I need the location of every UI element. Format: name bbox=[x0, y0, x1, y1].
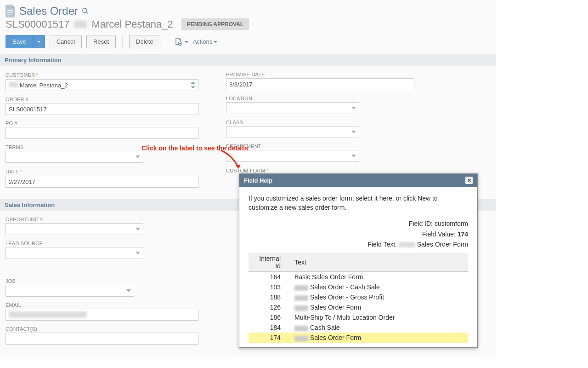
reset-button[interactable]: Reset bbox=[86, 35, 116, 48]
field-help-popup: Field Help ✕ If you customized a sales o… bbox=[239, 173, 478, 348]
job-label[interactable]: JOB bbox=[6, 278, 198, 284]
date-label[interactable]: DATE* bbox=[6, 168, 198, 175]
section-primary-info: Primary Information bbox=[0, 54, 496, 66]
cancel-button[interactable]: Cancel bbox=[50, 35, 82, 48]
date-input[interactable]: 2/27/2017 bbox=[6, 176, 198, 188]
table-row[interactable]: 188Sales Order - Gross Profit bbox=[249, 292, 468, 302]
svg-rect-1 bbox=[7, 12, 13, 13]
job-input[interactable] bbox=[6, 285, 134, 297]
table-row[interactable]: 103Sales Order - Cash Sale bbox=[249, 282, 468, 292]
class-input[interactable] bbox=[226, 126, 359, 138]
document-icon bbox=[6, 5, 16, 17]
custom-form-label[interactable]: CUSTOM FORM* bbox=[226, 167, 414, 174]
lead-source-input[interactable] bbox=[6, 247, 143, 259]
table-row[interactable]: 184Cash Sale bbox=[249, 322, 468, 333]
popup-meta: Field ID: customform Field Value: 174 Fi… bbox=[249, 218, 468, 249]
customer-prefix-redacted bbox=[74, 21, 87, 28]
po-no-input[interactable] bbox=[6, 127, 198, 139]
table-row[interactable]: 126Sales Order Form bbox=[249, 302, 468, 312]
delete-button[interactable]: Delete bbox=[129, 35, 160, 48]
contacts-label[interactable]: CONTACT(S) bbox=[6, 326, 198, 332]
chevron-down-icon[interactable] bbox=[185, 40, 188, 44]
toolbar-separator bbox=[167, 36, 167, 47]
table-header-text: Text bbox=[290, 253, 468, 272]
svg-rect-0 bbox=[7, 10, 13, 11]
popup-options-table: Internal Id Text 164Basic Sales Order Fo… bbox=[249, 253, 468, 343]
save-split-button[interactable]: Save bbox=[6, 35, 45, 48]
contacts-input[interactable] bbox=[6, 333, 198, 345]
email-input[interactable] bbox=[6, 309, 198, 321]
opportunity-input[interactable] bbox=[6, 223, 143, 235]
order-id: SLS00001517 bbox=[6, 18, 69, 30]
table-row[interactable]: 174Sales Order Form bbox=[249, 333, 468, 343]
search-icon[interactable] bbox=[82, 7, 89, 15]
popup-description: If you customized a sales order form, se… bbox=[249, 194, 468, 212]
terms-input[interactable] bbox=[6, 151, 143, 163]
popup-title: Field Help bbox=[244, 177, 272, 184]
lead-source-label[interactable]: LEAD SOURCE bbox=[6, 241, 198, 246]
class-label[interactable]: CLASS bbox=[226, 120, 414, 125]
toolbar-separator bbox=[122, 36, 123, 47]
table-header-id: Internal Id bbox=[249, 253, 290, 272]
annotation-arrow-icon bbox=[219, 148, 246, 174]
svg-point-3 bbox=[83, 8, 87, 12]
promise-date-label[interactable]: PROMISE DATE bbox=[226, 72, 414, 77]
customer-input[interactable]: Marcel Pestana_2 bbox=[6, 79, 198, 91]
promise-date-input[interactable]: 3/3/2017 bbox=[226, 78, 414, 90]
po-no-label[interactable]: PO # bbox=[6, 121, 198, 126]
popup-close-icon[interactable]: ✕ bbox=[465, 177, 473, 184]
order-no-label[interactable]: ORDER # bbox=[6, 97, 198, 102]
order-no-input[interactable]: SLS00001517 bbox=[6, 103, 198, 115]
status-badge: PENDING APPROVAL bbox=[181, 18, 249, 30]
customer-name: Marcel Pestana_2 bbox=[91, 18, 173, 30]
svg-line-4 bbox=[86, 12, 88, 14]
actions-menu[interactable]: Actions bbox=[193, 38, 218, 45]
location-input[interactable] bbox=[226, 102, 359, 114]
save-dropdown-icon[interactable] bbox=[33, 35, 45, 48]
new-doc-icon[interactable] bbox=[174, 37, 183, 46]
save-button[interactable]: Save bbox=[6, 35, 33, 48]
table-row[interactable]: 164Basic Sales Order Form bbox=[249, 272, 468, 282]
table-row[interactable]: 186Multi-Ship To / Multi Location Order bbox=[249, 312, 468, 322]
email-label[interactable]: EMAIL bbox=[6, 302, 198, 308]
svg-rect-2 bbox=[7, 14, 11, 15]
location-label[interactable]: LOCATION bbox=[226, 96, 414, 101]
page-title: Sales Order bbox=[19, 5, 78, 17]
customer-label[interactable]: CUSTOMER* bbox=[6, 72, 198, 78]
department-label[interactable]: DEPARTMENT bbox=[226, 144, 414, 149]
opportunity-label[interactable]: OPPORTUNITY bbox=[6, 217, 198, 222]
